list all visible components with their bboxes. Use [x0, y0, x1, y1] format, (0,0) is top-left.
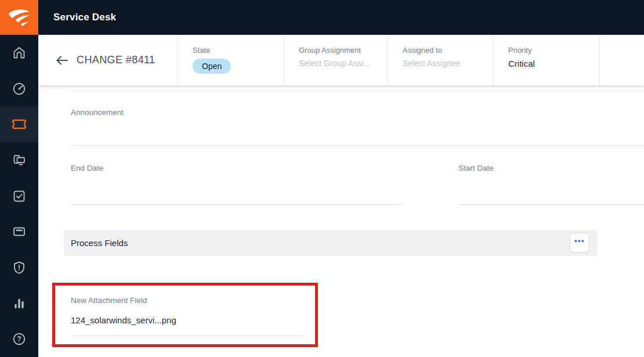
- attachment-file-link[interactable]: 124_solarwinds_servi...png: [71, 315, 176, 325]
- process-fields-section-header: Process Fields •••: [64, 230, 598, 256]
- top-bar: Service Desk: [0, 0, 644, 35]
- svg-text:?: ?: [17, 336, 21, 344]
- attachment-input-underline[interactable]: [71, 336, 303, 336]
- change-detail-page: CHANGE #8411 State Open Group Assignment…: [38, 35, 644, 357]
- state-label: State: [193, 46, 277, 55]
- sidebar-item-reports[interactable]: [0, 286, 38, 322]
- state-field[interactable]: State Open: [177, 35, 283, 85]
- solarwinds-logo[interactable]: [0, 0, 38, 35]
- back-button[interactable]: [53, 52, 71, 69]
- sidebar-item-help[interactable]: ?: [0, 321, 38, 357]
- announcement-input-underline[interactable]: [71, 145, 644, 146]
- home-icon: [12, 45, 27, 60]
- start-date-input-underline[interactable]: [458, 204, 644, 205]
- group-assignment-label: Group Assignment: [299, 46, 381, 55]
- sidebar-item-tickets[interactable]: [0, 106, 38, 142]
- record-header: CHANGE #8411 State Open Group Assignment…: [38, 35, 644, 85]
- group-assignment-field[interactable]: Group Assignment Select Group Assi...: [283, 35, 387, 85]
- back-arrow-icon: [55, 53, 70, 67]
- priority-label: Priority: [508, 46, 593, 55]
- new-attachment-label: New Attachment Field: [71, 296, 147, 305]
- header-spacer: [599, 35, 644, 85]
- assigned-to-label: Assigned to: [403, 46, 487, 55]
- priority-value[interactable]: Critical: [508, 59, 593, 68]
- sidebar-item-dashboard[interactable]: [0, 71, 38, 107]
- process-fields-menu-button[interactable]: •••: [570, 233, 589, 253]
- dashboard-gauge-icon: [12, 81, 27, 96]
- assigned-to-field[interactable]: Assigned to Select Assignee: [387, 35, 493, 85]
- bar-chart-icon: [12, 296, 27, 311]
- state-badge[interactable]: Open: [193, 59, 231, 74]
- ellipsis-icon: •••: [574, 238, 585, 247]
- group-assignment-placeholder[interactable]: Select Group Assi...: [299, 59, 381, 68]
- tasks-checkbox-icon: [12, 189, 27, 204]
- sidebar-item-tasks[interactable]: [0, 178, 38, 214]
- record-title-cell: CHANGE #8411: [38, 35, 177, 85]
- sidebar-nav: ?: [0, 35, 38, 357]
- end-date-label: End Date: [71, 164, 103, 172]
- start-date-label: Start Date: [458, 164, 494, 172]
- sidebar-item-home[interactable]: [0, 35, 38, 71]
- scrolled-field-divider: [71, 91, 644, 91]
- end-date-input-underline[interactable]: [71, 204, 403, 205]
- service-desk-screen: Service Desk: [0, 0, 644, 357]
- devices-icon: [12, 153, 27, 168]
- assigned-to-placeholder[interactable]: Select Assignee: [403, 59, 487, 68]
- help-icon: ?: [12, 331, 27, 347]
- sidebar-item-purchasing[interactable]: [0, 214, 38, 250]
- sidebar-item-risks[interactable]: [0, 250, 38, 286]
- card-icon: [12, 224, 27, 239]
- ticket-icon: [10, 117, 28, 131]
- sidebar-item-assets[interactable]: [0, 142, 38, 178]
- shield-alert-icon: [12, 260, 27, 275]
- priority-field[interactable]: Priority Critical: [493, 35, 599, 85]
- announcement-label: Announcement: [71, 108, 124, 117]
- solarwinds-swirl-icon: [8, 8, 31, 27]
- page-title: CHANGE #8411: [77, 54, 155, 66]
- app-title: Service Desk: [53, 12, 116, 23]
- process-fields-title: Process Fields: [71, 238, 128, 248]
